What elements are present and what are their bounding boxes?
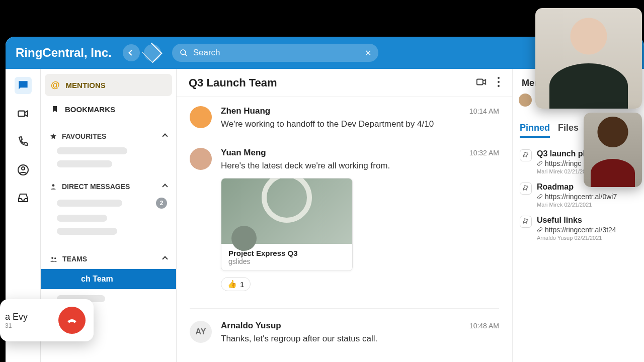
reaction-emoji: 👍	[227, 280, 237, 289]
message-time: 10:32 AM	[469, 149, 499, 157]
app-title: RingCentral, Inc.	[16, 46, 112, 60]
message-time: 10:48 AM	[469, 322, 499, 330]
message-item: Zhen Huang 10:14 AM We're working to han…	[190, 106, 499, 131]
chat-actions	[475, 76, 500, 89]
hangup-button[interactable]	[58, 307, 86, 334]
svg-point-6	[51, 257, 53, 259]
rail-contacts-icon[interactable]	[15, 161, 32, 178]
section-favourites[interactable]: FAVOURITES	[45, 126, 172, 144]
member-avatar[interactable]	[519, 94, 532, 107]
at-icon: @	[51, 80, 60, 90]
link-icon	[537, 160, 543, 166]
svg-point-9	[498, 77, 500, 79]
svg-point-0	[181, 50, 186, 55]
link-icon	[537, 227, 543, 233]
chat-more-button[interactable]	[497, 76, 500, 89]
message-author: Zhen Huang	[221, 106, 270, 116]
svg-point-10	[498, 81, 500, 83]
avatar[interactable]	[190, 148, 212, 170]
people-icon	[50, 255, 57, 263]
person-icon	[50, 183, 57, 190]
nav-forward-button[interactable]	[144, 44, 161, 61]
attachment-type: gslides	[228, 257, 345, 265]
chat-panel: Q3 Launch Team Zhen Huang	[177, 69, 512, 362]
message-time: 10:14 AM	[469, 107, 499, 115]
search-icon	[179, 48, 188, 57]
rail-phone-icon[interactable]	[15, 133, 32, 150]
video-participant-thumb[interactable]	[584, 113, 642, 187]
pinned-meta: Arnaldo Yusup 02/21/2021	[537, 235, 616, 241]
svg-point-11	[498, 85, 500, 87]
svg-point-5	[52, 184, 55, 187]
call-duration: 31	[5, 322, 28, 329]
nav-arrows	[123, 44, 161, 61]
messages-list: Zhen Huang 10:14 AM We're working to han…	[177, 97, 512, 362]
message-author: Arnaldo Yusup	[221, 321, 281, 331]
pinned-meta: Mari Mirek 02/21/2021	[537, 202, 617, 208]
rail-video-icon[interactable]	[15, 105, 32, 122]
pinned-url: https://ringcentr.al/0wi7	[537, 193, 617, 201]
active-call-card[interactable]: a Evy 31	[0, 299, 94, 341]
pinned-url: https://ringcentr.al/3t24	[537, 226, 616, 234]
mentions-label: MENTIONS	[66, 81, 106, 89]
team-item-selected[interactable]: ch Team	[41, 269, 176, 289]
section-direct-messages[interactable]: DIRECT MESSAGES	[45, 176, 172, 195]
chat-title: Q3 Launch Team	[189, 76, 277, 89]
favourites-label: FAVOURITES	[62, 132, 106, 140]
svg-point-3	[22, 167, 25, 170]
nav-back-button[interactable]	[123, 44, 140, 61]
message-author: Yuan Meng	[221, 148, 266, 158]
avatar[interactable]	[190, 106, 212, 128]
message-text: Here's the latest deck we're all working…	[221, 160, 499, 172]
rail-inbox-icon[interactable]	[15, 190, 32, 207]
sidebar-bookmarks[interactable]: BOOKMARKS	[45, 98, 172, 120]
chevron-up-icon	[162, 133, 168, 139]
star-icon	[50, 133, 57, 140]
sidebar-mentions[interactable]: @ MENTIONS	[45, 74, 172, 96]
tab-pinned[interactable]: Pinned	[520, 123, 550, 138]
attachment-card[interactable]: Project Express Q3 gslides	[221, 178, 353, 271]
rail-messages-icon[interactable]	[15, 77, 32, 94]
svg-line-1	[185, 54, 187, 56]
pinned-title: Useful links	[537, 216, 616, 225]
teams-label: TEAMS	[62, 255, 87, 263]
search-input[interactable]	[193, 48, 360, 58]
pin-icon	[520, 149, 532, 161]
avatar-initials: AY	[196, 327, 206, 336]
bookmark-icon	[51, 105, 59, 114]
pin-icon	[520, 183, 532, 195]
call-contact-name: a Evy	[5, 312, 28, 322]
chevron-up-icon	[162, 184, 168, 189]
selected-team-name: ch Team	[81, 275, 113, 284]
avatar[interactable]: AY	[190, 321, 212, 343]
section-teams[interactable]: TEAMS	[45, 249, 172, 267]
reaction-count: 1	[240, 280, 244, 289]
pin-icon	[520, 216, 532, 228]
message-item: Yuan Meng 10:32 AM Here's the latest dec…	[190, 148, 499, 292]
search-clear-button[interactable]: ✕	[365, 48, 371, 58]
svg-point-7	[54, 257, 56, 259]
chat-header: Q3 Launch Team	[177, 69, 512, 97]
unread-badge: 2	[156, 198, 167, 209]
tab-files[interactable]: Files	[558, 123, 579, 138]
message-item: AY Arnaldo Yusup 10:48 AM Thanks, let's …	[190, 321, 499, 345]
pinned-item[interactable]: Useful links https://ringcentr.al/3t24 A…	[519, 212, 638, 245]
svg-rect-2	[18, 111, 25, 117]
link-icon	[537, 194, 543, 200]
dm-label: DIRECT MESSAGES	[62, 183, 130, 191]
chevron-up-icon	[162, 256, 168, 261]
start-video-button[interactable]	[475, 76, 488, 89]
reaction-button[interactable]: 👍 1	[221, 277, 251, 291]
svg-rect-8	[477, 79, 483, 84]
bookmarks-label: BOOKMARKS	[65, 105, 115, 114]
message-text: Thanks, let's regroup after our status c…	[221, 333, 499, 345]
message-text: We're working to handoff to the Dev Depa…	[221, 118, 499, 131]
video-participant-thumb[interactable]	[535, 8, 642, 109]
search-bar[interactable]: ✕	[172, 44, 378, 62]
attachment-thumbnail	[221, 178, 352, 244]
